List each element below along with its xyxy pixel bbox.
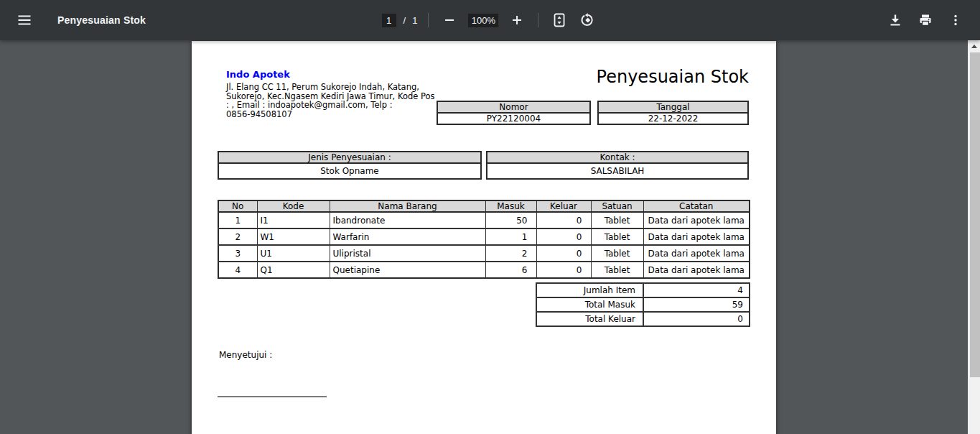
cell-no: 1 — [218, 212, 257, 228]
total-value: 59 — [643, 297, 750, 312]
pdf-toolbar: Penyesuaian Stok 1 / 1 100% — [0, 0, 980, 40]
signature-line — [218, 396, 327, 397]
cell-nama: Ulipristal — [330, 245, 485, 262]
tanggal-label: Tanggal — [598, 101, 748, 113]
totals-row: Total Keluar 0 — [536, 312, 750, 326]
toolbar-center: 1 / 1 100% — [382, 10, 599, 30]
cell-satuan: Tablet — [591, 245, 643, 262]
cell-masuk: 2 — [485, 245, 536, 262]
cell-masuk: 6 — [485, 262, 536, 278]
total-label: Total Keluar — [536, 312, 643, 326]
cell-kode: U1 — [257, 245, 330, 262]
more-vert-icon — [949, 14, 962, 27]
total-label: Jumlah Item — [536, 283, 643, 297]
cell-catatan: Data dari apotek lama — [643, 228, 750, 245]
cell-keluar: 0 — [536, 212, 591, 228]
cell-masuk: 50 — [485, 212, 536, 228]
total-value: 0 — [643, 312, 750, 326]
scroll-up-button[interactable] — [968, 40, 980, 52]
col-header: Masuk — [485, 200, 536, 212]
minus-icon — [444, 14, 455, 26]
col-header: Catatan — [643, 200, 750, 212]
cell-catatan: Data dari apotek lama — [643, 245, 750, 262]
address-line: Jl. Elang CC 11, Perum Sukorejo Indah, K… — [226, 83, 435, 92]
nomor-table: Nomor PY22120004 — [437, 101, 591, 125]
zoom-out-button[interactable] — [439, 10, 459, 30]
col-header: Kode — [257, 200, 330, 212]
nomor-label: Nomor — [437, 101, 590, 113]
pdf-viewer-area: Indo Apotek Jl. Elang CC 11, Perum Sukor… — [0, 40, 980, 434]
totals-row: Jumlah Item 4 — [536, 283, 750, 297]
page-separator: / — [403, 15, 406, 26]
cell-keluar: 0 — [536, 245, 591, 262]
jenis-label: Jenis Penyesuaian : — [218, 152, 481, 163]
report-title: Penyesuaian Stok — [597, 67, 749, 87]
cell-nama: Ibandronate — [330, 212, 485, 228]
company-address: Jl. Elang CC 11, Perum Sukorejo Indah, K… — [226, 83, 435, 119]
col-header: No — [218, 200, 257, 212]
col-header: Nama Barang — [330, 200, 485, 212]
tanggal-value: 22-12-2022 — [598, 113, 748, 124]
items-header-row: No Kode Nama Barang Masuk Keluar Satuan … — [218, 200, 750, 212]
cell-kode: I1 — [257, 212, 330, 228]
toolbar-divider — [538, 13, 538, 27]
kontak-table: Kontak : SALSABILAH — [486, 151, 749, 180]
totals-table: Jumlah Item 4 Total Masuk 59 Total Kelua… — [536, 282, 750, 327]
cell-keluar: 0 — [536, 228, 591, 245]
print-button[interactable] — [915, 10, 935, 30]
cell-satuan: Tablet — [591, 212, 643, 228]
rotate-button[interactable] — [578, 10, 598, 30]
toolbar-right — [885, 10, 980, 30]
cell-no: 4 — [218, 262, 257, 278]
rotate-ccw-icon — [581, 13, 595, 27]
totals-row: Total Masuk 59 — [536, 297, 750, 312]
toolbar-divider — [428, 13, 429, 27]
address-line: : , Email : indoapotek@gmail.com, Telp : — [226, 101, 435, 110]
download-button[interactable] — [885, 10, 905, 30]
cell-no: 3 — [218, 245, 257, 262]
document-title: Penyesuaian Stok — [57, 14, 146, 26]
kontak-value: SALSABILAH — [487, 163, 748, 179]
menu-button[interactable] — [14, 10, 34, 30]
zoom-in-button[interactable] — [507, 10, 527, 30]
cell-catatan: Data dari apotek lama — [643, 262, 750, 278]
table-row: 4 Q1 Quetiapine 6 0 Tablet Data dari apo… — [218, 262, 750, 278]
cell-nama: Warfarin — [330, 228, 485, 245]
up-arrow-icon — [971, 45, 977, 48]
hamburger-menu-icon — [17, 12, 32, 28]
cell-satuan: Tablet — [591, 262, 643, 278]
cell-no: 2 — [218, 228, 257, 245]
total-value: 4 — [643, 283, 750, 297]
page-number-input[interactable]: 1 — [382, 14, 396, 27]
cell-masuk: 1 — [485, 228, 536, 245]
cell-catatan: Data dari apotek lama — [643, 212, 750, 228]
cell-keluar: 0 — [536, 262, 591, 278]
nomor-value: PY22120004 — [437, 113, 590, 124]
approval-label: Menyetujui : — [219, 350, 272, 360]
items-table: No Kode Nama Barang Masuk Keluar Satuan … — [218, 200, 750, 279]
zoom-level-input[interactable]: 100% — [468, 14, 498, 27]
more-options-button[interactable] — [946, 10, 966, 30]
tanggal-table: Tanggal 22-12-2022 — [597, 101, 749, 125]
table-row: 2 W1 Warfarin 1 0 Tablet Data dari apote… — [218, 228, 750, 245]
jenis-value: Stok Opname — [218, 163, 481, 179]
page-total: 1 — [412, 15, 417, 26]
toolbar-left: Penyesuaian Stok — [0, 10, 146, 30]
table-row: 1 I1 Ibandronate 50 0 Tablet Data dari a… — [218, 212, 750, 228]
col-header: Keluar — [536, 200, 591, 212]
company-name: Indo Apotek — [226, 69, 290, 80]
cell-nama: Quetiapine — [330, 262, 485, 278]
scrollbar-thumb[interactable] — [970, 52, 980, 377]
fit-page-button[interactable] — [549, 10, 569, 30]
fit-page-icon — [552, 13, 566, 27]
table-row: 3 U1 Ulipristal 2 0 Tablet Data dari apo… — [218, 245, 750, 262]
print-icon — [918, 13, 933, 27]
address-line: 0856-94508107 — [226, 110, 435, 119]
total-label: Total Masuk — [536, 297, 643, 312]
jenis-penyesuaian-table: Jenis Penyesuaian : Stok Opname — [218, 151, 482, 180]
plus-icon — [511, 14, 523, 26]
col-header: Satuan — [591, 200, 643, 212]
download-icon — [888, 13, 902, 27]
cell-satuan: Tablet — [591, 228, 643, 245]
vertical-scrollbar[interactable] — [968, 40, 980, 434]
